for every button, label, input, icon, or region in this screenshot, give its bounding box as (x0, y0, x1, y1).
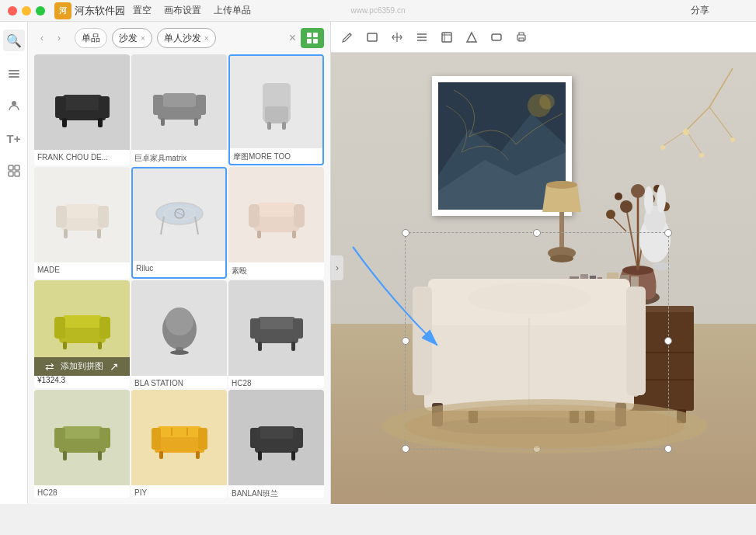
grid-toggle-button[interactable] (301, 28, 324, 48)
svg-rect-42 (249, 204, 260, 228)
sidebar-icon-layers[interactable] (3, 62, 25, 84)
svg-rect-81 (291, 451, 295, 460)
sidebar-icon-search[interactable]: 🔍 (3, 30, 25, 51)
share-button[interactable]: 分享 (691, 4, 709, 17)
svg-point-117 (652, 262, 671, 270)
svg-rect-1 (9, 73, 19, 75)
canvas-tool-hexagon[interactable] (489, 30, 503, 44)
product-image (34, 54, 130, 150)
svg-rect-27 (282, 122, 286, 130)
tag-单人沙发[interactable]: 单人沙发 × (157, 28, 216, 48)
svg-point-159 (699, 153, 704, 158)
back-button[interactable]: ‹ (34, 28, 50, 48)
svg-rect-144 (626, 287, 646, 395)
menu-canvas-settings[interactable]: 画布设置 (164, 4, 201, 17)
product-item[interactable]: 素殴 (228, 167, 324, 278)
svg-rect-16 (62, 118, 67, 127)
product-image (131, 280, 227, 376)
svg-point-160 (730, 137, 735, 142)
menu-clear[interactable]: 置空 (133, 4, 152, 17)
product-image (230, 56, 322, 148)
product-name: HC28 (34, 485, 130, 498)
svg-rect-61 (291, 342, 295, 351)
svg-rect-73 (198, 428, 207, 450)
product-item-add-overlay[interactable]: ⇄ 添加到拼图 ↗ ¥1324.3 (34, 280, 130, 388)
product-item[interactable]: HC28 (34, 390, 130, 498)
svg-rect-66 (63, 451, 67, 460)
canvas-tool-rect[interactable] (365, 30, 379, 44)
svg-point-148 (467, 283, 591, 314)
product-item[interactable]: MADE (34, 167, 130, 278)
add-icon[interactable]: ↗ (110, 360, 119, 373)
svg-rect-51 (98, 342, 102, 349)
product-item[interactable]: BLA STATION (131, 280, 227, 388)
main-layout: 🔍 T+ ‹ (0, 22, 756, 504)
svg-rect-44 (257, 231, 261, 238)
svg-point-94 (539, 94, 555, 109)
svg-rect-11 (313, 39, 318, 43)
product-item-riluc[interactable]: Riluc (131, 167, 227, 278)
svg-rect-49 (99, 317, 110, 339)
canvas-tool-print[interactable] (514, 30, 528, 44)
add-overlay-text[interactable]: 添加到拼图 (61, 360, 103, 372)
floor-rug (370, 395, 719, 457)
replace-icon[interactable]: ⇄ (45, 360, 54, 373)
svg-rect-64 (54, 428, 65, 448)
close-button[interactable] (8, 6, 17, 16)
minimize-button[interactable] (22, 6, 31, 16)
svg-rect-58 (250, 318, 260, 339)
svg-rect-30 (56, 206, 67, 228)
search-bar: ‹ › 单品 沙发 × 单人沙发 × × (28, 22, 330, 48)
svg-line-152 (709, 68, 733, 107)
canvas-tool-move[interactable] (390, 30, 404, 44)
search-clear-button[interactable]: × (289, 31, 296, 45)
product-name: HC28 (228, 376, 324, 388)
tag-沙发[interactable]: 沙发 × (112, 28, 152, 48)
panel-collapse-button[interactable]: › (331, 255, 343, 280)
canvas-tool-triangle[interactable] (465, 30, 479, 44)
canvas-tool-align[interactable] (415, 30, 429, 44)
product-name: 摩图MORE TOO (230, 148, 322, 165)
svg-point-150 (405, 405, 685, 448)
svg-rect-8 (307, 33, 312, 37)
svg-rect-47 (62, 315, 103, 328)
product-item[interactable]: BANLAN班兰 (228, 390, 324, 498)
svg-rect-50 (63, 342, 67, 349)
canvas-tool-crop[interactable] (440, 30, 454, 44)
svg-point-105 (606, 210, 615, 219)
tag-label: 单品 (82, 32, 100, 45)
product-item[interactable]: 巨卓家具matrix (131, 54, 227, 165)
svg-rect-79 (293, 428, 303, 448)
svg-rect-6 (9, 172, 13, 176)
product-item[interactable]: FRANK CHOU DE... (34, 54, 130, 165)
svg-rect-7 (15, 172, 19, 176)
sidebar-icon-grid[interactable] (3, 160, 25, 182)
svg-rect-29 (64, 204, 101, 218)
svg-point-102 (620, 200, 632, 213)
product-image (228, 280, 324, 376)
canvas-tool-pen[interactable] (340, 30, 354, 44)
svg-rect-143 (413, 287, 432, 395)
sidebar-icon-people[interactable] (3, 95, 25, 116)
product-item-more-too[interactable]: 摩图MORE TOO (228, 54, 324, 165)
svg-rect-59 (293, 318, 303, 339)
svg-rect-33 (97, 229, 101, 238)
menu-upload[interactable]: 上传单品 (214, 4, 251, 17)
canvas-area (331, 22, 756, 504)
product-image (34, 167, 130, 262)
svg-rect-31 (98, 206, 109, 228)
svg-rect-45 (292, 231, 296, 238)
product-item[interactable]: HC28 (228, 280, 324, 388)
svg-rect-22 (161, 118, 165, 126)
product-item[interactable]: PIY (131, 390, 227, 498)
product-name: 巨卓家具matrix (131, 150, 227, 165)
forward-button[interactable]: › (51, 28, 67, 48)
product-name: PIY (131, 485, 227, 498)
svg-line-153 (686, 107, 709, 130)
tag-close-icon[interactable]: × (141, 34, 145, 43)
tag-单品[interactable]: 单品 (75, 28, 107, 48)
canvas-content[interactable] (331, 53, 756, 504)
tag-close-icon[interactable]: × (204, 34, 209, 43)
sidebar-icon-text[interactable]: T+ (3, 127, 25, 149)
maximize-button[interactable] (36, 6, 45, 16)
